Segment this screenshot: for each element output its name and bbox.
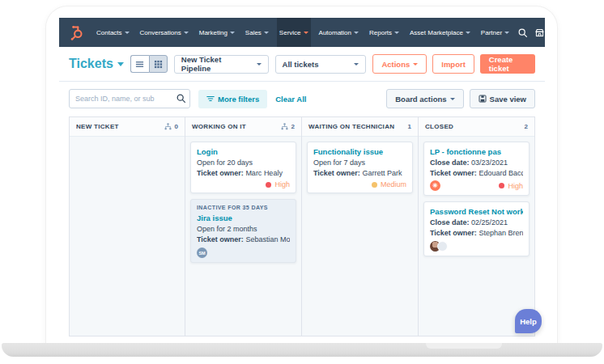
ticket-card-login[interactable]: Login Open for 20 days Ticket owner: Mar… bbox=[190, 142, 296, 193]
clear-all-link[interactable]: Clear All bbox=[275, 95, 306, 104]
hubspot-logo-icon[interactable] bbox=[67, 23, 85, 41]
more-filters-button[interactable]: More filters bbox=[198, 90, 267, 108]
ticket-title[interactable]: LP - fonctionne pas bbox=[430, 147, 523, 156]
chevron-down-icon bbox=[125, 32, 130, 34]
search-icon[interactable] bbox=[517, 28, 528, 38]
workflow-icon bbox=[281, 123, 288, 130]
nav-item-label: Sales bbox=[245, 29, 262, 36]
ticket-title[interactable]: Functionality issue bbox=[313, 147, 406, 156]
create-ticket-label: Create ticket bbox=[489, 55, 526, 73]
board-actions-button[interactable]: Board actions bbox=[386, 89, 463, 108]
medium-priority-dot-icon bbox=[372, 182, 377, 188]
owner-name: Stephan Brennan bbox=[479, 229, 523, 237]
board-controls: Board actions Save view bbox=[386, 89, 535, 108]
secondary-avatar[interactable] bbox=[437, 241, 448, 252]
owner-name: Marc Healy bbox=[245, 169, 283, 177]
column-count: 2 bbox=[525, 123, 528, 130]
priority-label: High bbox=[274, 180, 290, 188]
nav-item-sales[interactable]: Sales bbox=[243, 18, 271, 47]
chevron-down-icon bbox=[257, 63, 262, 66]
column-title: WAITING ON TECHNICIAN bbox=[308, 123, 394, 130]
nav-item-reports[interactable]: Reports bbox=[367, 18, 402, 47]
nav-item-label: Conversations bbox=[140, 29, 181, 36]
ticket-owner-line: Ticket owner: Sebastian Moeferdt bbox=[197, 235, 290, 245]
column-body[interactable]: LP - fonctionne pas Close date: 03/23/20… bbox=[419, 137, 534, 336]
board-actions-label: Board actions bbox=[395, 95, 446, 104]
column-body[interactable] bbox=[70, 137, 185, 336]
chevron-down-icon bbox=[354, 63, 359, 66]
ticket-filter-select[interactable]: All tickets bbox=[275, 55, 367, 74]
search-icon[interactable] bbox=[176, 93, 186, 104]
ticket-owner-line: Ticket owner: Garrett Park bbox=[313, 168, 406, 179]
nav-utilities: 7 bbox=[517, 23, 545, 41]
ticket-title[interactable]: Login bbox=[197, 147, 290, 156]
workflow-icon bbox=[164, 123, 172, 130]
column-body[interactable]: Functionality issue Open for 7 days Tick… bbox=[302, 137, 418, 336]
ticket-card-jira[interactable]: INACTIVE FOR 35 DAYS Jira issue Open for… bbox=[190, 199, 296, 263]
filter-icon bbox=[206, 95, 215, 103]
nav-item-conversations[interactable]: Conversations bbox=[138, 18, 191, 47]
nav-item-label: Reports bbox=[369, 29, 392, 36]
page-title-text: Tickets bbox=[69, 57, 113, 71]
column-count: 0 bbox=[175, 123, 178, 130]
nav-item-label: Partner bbox=[481, 29, 502, 36]
list-view-button[interactable] bbox=[130, 55, 149, 73]
search-box bbox=[69, 89, 190, 108]
board-view-button[interactable] bbox=[149, 55, 168, 73]
help-button[interactable]: Help bbox=[515, 309, 542, 333]
owner-label: Ticket owner: bbox=[197, 235, 244, 243]
nav-item-partner[interactable]: Partner bbox=[479, 18, 512, 47]
column-body[interactable]: Login Open for 20 days Ticket owner: Mar… bbox=[185, 137, 301, 336]
column-title: WORKING ON IT bbox=[192, 123, 246, 130]
laptop-hinge-notch bbox=[426, 343, 502, 349]
chevron-down-icon bbox=[230, 32, 235, 34]
actions-button-label: Actions bbox=[381, 60, 410, 69]
column-header: CLOSED 2 bbox=[419, 117, 534, 137]
hubspot-sprocket-avatar[interactable]: ✳ bbox=[430, 180, 440, 191]
import-button[interactable]: Import bbox=[432, 54, 474, 74]
ticket-board: NEW TICKET 0 WORKING ON IT 2 bbox=[69, 116, 535, 336]
view-toggle bbox=[130, 55, 168, 73]
ticket-card-password-reset[interactable]: Password Reset Not working Close date: 0… bbox=[423, 201, 530, 256]
chevron-down-icon bbox=[184, 32, 189, 34]
ticket-status: Open for 7 days bbox=[313, 158, 406, 168]
nav-item-label: Asset Marketplace bbox=[410, 29, 463, 36]
priority-indicator: High bbox=[499, 182, 523, 190]
column-new-ticket: NEW TICKET 0 bbox=[69, 117, 185, 336]
close-date-label: Close date: bbox=[430, 159, 470, 167]
owner-label: Ticket owner: bbox=[430, 229, 477, 237]
nav-item-marketing[interactable]: Marketing bbox=[197, 18, 237, 47]
ticket-card-functionality[interactable]: Functionality issue Open for 7 days Tick… bbox=[307, 142, 413, 193]
nav-item-label: Service bbox=[279, 29, 301, 36]
owner-name: Edouard Bacquelin bbox=[479, 169, 523, 177]
ticket-title[interactable]: Password Reset Not working bbox=[430, 207, 523, 216]
top-nav: Contacts Conversations Marketing Sales S… bbox=[59, 18, 545, 47]
marketplace-icon[interactable] bbox=[534, 28, 545, 38]
nav-item-label: Marketing bbox=[199, 29, 228, 36]
chevron-down-icon bbox=[117, 62, 124, 66]
laptop-mockup: Contacts Conversations Marketing Sales S… bbox=[0, 0, 604, 364]
hubspot-app: Contacts Conversations Marketing Sales S… bbox=[59, 18, 545, 341]
save-view-button[interactable]: Save view bbox=[470, 89, 535, 108]
pipeline-select-value: New Ticket Pipeline bbox=[181, 55, 252, 73]
ticket-title[interactable]: Jira issue bbox=[197, 214, 290, 222]
create-ticket-button[interactable]: Create ticket bbox=[480, 54, 535, 74]
filter-bar: More filters Clear All Board actions Sav… bbox=[59, 82, 545, 115]
nav-item-contacts[interactable]: Contacts bbox=[94, 18, 132, 47]
nav-item-service[interactable]: Service bbox=[277, 18, 311, 47]
actions-button[interactable]: Actions bbox=[372, 54, 427, 74]
ticket-card-lp[interactable]: LP - fonctionne pas Close date: 03/23/20… bbox=[423, 142, 530, 196]
page-title[interactable]: Tickets bbox=[69, 57, 124, 71]
nav-item-automation[interactable]: Automation bbox=[317, 18, 361, 47]
laptop-screen: Contacts Conversations Marketing Sales S… bbox=[46, 6, 557, 343]
ticket-status: Open for 20 days bbox=[197, 158, 290, 168]
ticket-filter-value: All tickets bbox=[283, 60, 319, 69]
chevron-down-icon bbox=[354, 32, 359, 34]
owner-avatar[interactable]: SM bbox=[197, 248, 207, 258]
search-input[interactable] bbox=[69, 89, 190, 108]
laptop-base bbox=[2, 343, 602, 357]
ticket-close-date-line: Close date: 02/25/2021 bbox=[430, 218, 523, 228]
nav-item-asset-marketplace[interactable]: Asset Marketplace bbox=[407, 18, 473, 47]
ticket-close-date-line: Close date: 03/23/2021 bbox=[430, 158, 523, 168]
pipeline-select[interactable]: New Ticket Pipeline bbox=[174, 55, 269, 74]
